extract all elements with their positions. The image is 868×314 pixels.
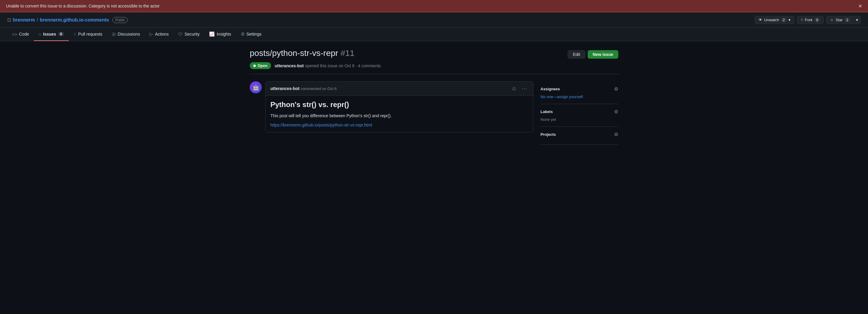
more-options-button[interactable]: ⋯ xyxy=(521,85,528,92)
projects-title: Projects xyxy=(540,132,556,137)
repo-owner-link[interactable]: brennerm xyxy=(13,17,35,23)
chevron-down-icon: ▾ xyxy=(788,18,790,22)
star-split-button[interactable]: ▾ xyxy=(854,16,861,24)
labels-gear-button[interactable]: ⚙ xyxy=(614,109,618,115)
issues-icon: ○ xyxy=(39,32,41,37)
comment-actions: ☺ ⋯ xyxy=(510,85,528,92)
assignees-header: Assignees ⚙ xyxy=(540,86,618,92)
open-badge: Open xyxy=(250,62,271,69)
star-icon: ☆ xyxy=(830,18,834,22)
issue-meta: Open utterances-bot opened this issue on… xyxy=(250,62,618,74)
settings-icon: ⚙ xyxy=(241,31,245,37)
tab-actions-label: Actions xyxy=(155,32,169,36)
actions-icon: ▷ xyxy=(150,31,153,37)
projects-section: Projects ⚙ xyxy=(540,127,618,145)
tab-code-label: Code xyxy=(19,32,29,36)
star-label: Star xyxy=(835,18,843,22)
comment-title: Python's str() vs. repr() xyxy=(270,100,528,109)
repo-icon: ⊡ xyxy=(7,17,11,23)
assign-yourself-link[interactable]: No one—assign yourself xyxy=(540,94,583,99)
error-message: Unable to convert this issue to a discus… xyxy=(6,4,160,8)
repo-title: ⊡ brennerm / brennerm.github.io-comments… xyxy=(7,17,128,23)
comment-text: This post will tell you difference betwe… xyxy=(270,113,528,119)
tab-security[interactable]: 🛡 Security xyxy=(174,28,205,41)
issue-title: posts/python-str-vs-repr #11 xyxy=(250,49,354,58)
main-content: 🤖 utterances-bot commented on Oct 6 ☺ xyxy=(250,81,533,145)
tab-settings-label: Settings xyxy=(246,32,262,36)
chevron-down-icon: ▾ xyxy=(856,18,858,22)
assignees-section: Assignees ⚙ No one—assign yourself xyxy=(540,81,618,104)
edit-button[interactable]: Edit xyxy=(568,50,585,59)
repo-separator: / xyxy=(37,17,38,23)
star-count: 1 xyxy=(844,18,850,22)
tab-issues[interactable]: ○ Issues 8 xyxy=(34,28,69,41)
security-icon: 🛡 xyxy=(178,32,183,37)
comment-action: commented on Oct 6 xyxy=(301,87,337,91)
issue-meta-text: utterances-bot opened this issue on Oct … xyxy=(275,63,381,68)
visibility-badge: Public xyxy=(113,17,128,23)
code-icon: <> xyxy=(12,32,17,37)
repo-name-link[interactable]: brennerm.github.io-comments xyxy=(40,17,109,23)
error-close-button[interactable]: × xyxy=(859,3,862,9)
assignees-gear-button[interactable]: ⚙ xyxy=(614,86,618,92)
issue-separator: · xyxy=(355,63,358,68)
tab-insights[interactable]: 📈 Insights xyxy=(204,28,236,41)
open-dot xyxy=(253,65,256,67)
issue-title-row: posts/python-str-vs-repr #11 Edit New is… xyxy=(250,49,618,59)
fork-button[interactable]: ⑂ Fork 0 xyxy=(797,16,824,24)
fork-count: 0 xyxy=(814,18,820,22)
tab-pull-requests[interactable]: ⑂ Pull requests xyxy=(69,28,107,41)
new-issue-button[interactable]: New issue xyxy=(588,50,618,59)
unwatch-label: Unwatch xyxy=(764,18,779,22)
tab-discussions[interactable]: ◎ Discussions xyxy=(107,28,145,41)
tab-discussions-label: Discussions xyxy=(118,32,140,36)
repo-actions: 👁 Unwatch 2 ▾ ⑂ Fork 0 ☆ Star 1 ▾ xyxy=(755,16,861,24)
issue-title-buttons: Edit New issue xyxy=(568,50,618,59)
tab-settings[interactable]: ⚙ Settings xyxy=(236,28,267,41)
content-layout: 🤖 utterances-bot commented on Oct 6 ☺ xyxy=(250,81,618,145)
insights-icon: 📈 xyxy=(209,31,215,37)
open-label: Open xyxy=(257,63,268,68)
comment-header: utterances-bot commented on Oct 6 ☺ ⋯ xyxy=(266,82,533,96)
error-banner: Unable to convert this issue to a discus… xyxy=(0,0,868,12)
issues-count-badge: 8 xyxy=(58,32,64,36)
issue-author-link[interactable]: utterances-bot xyxy=(275,63,304,68)
comment-meta: utterances-bot commented on Oct 6 xyxy=(270,86,337,91)
labels-section: Labels ⚙ None yet xyxy=(540,104,618,127)
tab-issues-label: Issues xyxy=(43,32,56,36)
tab-security-label: Security xyxy=(185,32,200,36)
tab-insights-label: Insights xyxy=(217,32,231,36)
issue-opened-text: opened this issue on Oct 6 xyxy=(305,63,354,68)
unwatch-count: 2 xyxy=(781,18,787,22)
discussions-icon: ◎ xyxy=(112,31,116,37)
comment-wrapper: 🤖 utterances-bot commented on Oct 6 ☺ xyxy=(250,81,533,132)
pull-request-icon: ⑂ xyxy=(73,32,76,37)
main-container: posts/python-str-vs-repr #11 Edit New is… xyxy=(243,41,625,152)
comment-author-link[interactable]: utterances-bot xyxy=(270,86,300,91)
projects-header: Projects ⚙ xyxy=(540,132,618,137)
comment-link[interactable]: https://brennerm.github.io/posts/python-… xyxy=(270,123,372,127)
assignees-title: Assignees xyxy=(540,87,560,91)
star-button-group: ☆ Star 1 ▾ xyxy=(826,16,861,24)
labels-title: Labels xyxy=(540,109,553,114)
eye-icon: 👁 xyxy=(758,18,763,22)
tab-actions[interactable]: ▷ Actions xyxy=(145,28,174,41)
comment-body: Python's str() vs. repr() This post will… xyxy=(266,96,533,132)
avatar: 🤖 xyxy=(250,81,262,93)
labels-header: Labels ⚙ xyxy=(540,109,618,115)
issue-number: #11 xyxy=(340,49,354,58)
unwatch-button[interactable]: 👁 Unwatch 2 ▾ xyxy=(755,16,795,24)
star-button[interactable]: ☆ Star 1 xyxy=(826,16,854,24)
tab-pull-requests-label: Pull requests xyxy=(78,32,102,36)
fork-icon: ⑂ xyxy=(801,18,803,22)
labels-value: None yet xyxy=(540,117,556,122)
issue-comments-count: 4 comments xyxy=(358,63,381,68)
tab-code[interactable]: <> Code xyxy=(7,28,34,41)
comment-box: utterances-bot commented on Oct 6 ☺ ⋯ xyxy=(265,81,533,132)
projects-gear-button[interactable]: ⚙ xyxy=(614,132,618,137)
repo-nav: <> Code ○ Issues 8 ⑂ Pull requests ◎ Dis… xyxy=(0,28,868,41)
sidebar: Assignees ⚙ No one—assign yourself Label… xyxy=(540,81,618,145)
fork-label: Fork xyxy=(805,18,813,22)
emoji-button[interactable]: ☺ xyxy=(510,85,518,92)
repo-header: ⊡ brennerm / brennerm.github.io-comments… xyxy=(0,12,868,28)
